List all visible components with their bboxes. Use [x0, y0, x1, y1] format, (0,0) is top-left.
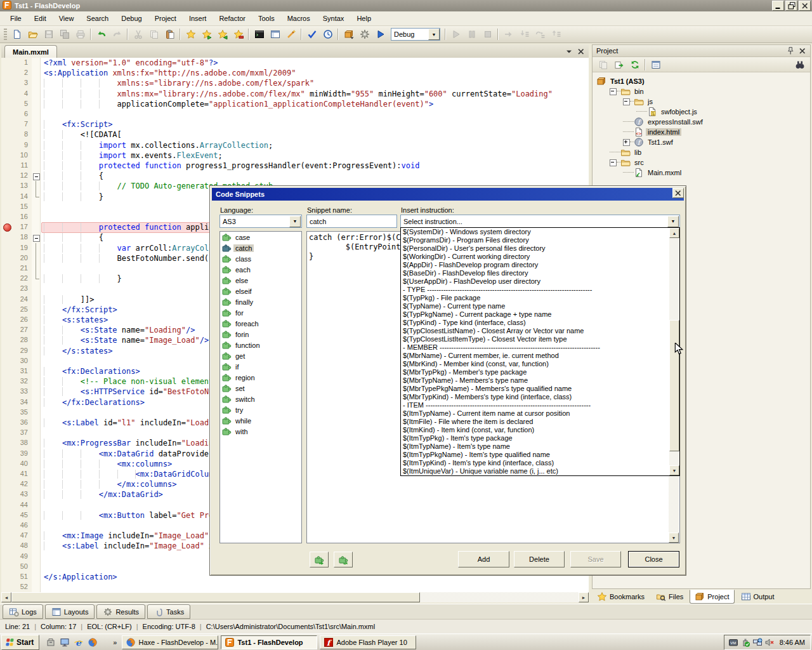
close-panel-icon[interactable] [797, 46, 808, 56]
snippet-item-if[interactable]: if [220, 361, 301, 372]
tree-item-label[interactable]: src [632, 159, 646, 166]
instruction-item[interactable]: $(MbrTypPkg) - Member's type package [401, 368, 679, 376]
clock-button[interactable] [320, 27, 336, 42]
tree-item-label[interactable]: bin [632, 88, 646, 95]
star-next-button[interactable] [199, 27, 214, 42]
save-button[interactable]: Save [570, 551, 621, 567]
build-button[interactable] [341, 27, 357, 42]
quicklaunch-quick-tool[interactable] [44, 636, 57, 649]
scroll-left-button[interactable]: ◄ [1, 592, 11, 602]
pin-icon[interactable] [785, 46, 796, 56]
snippet-item-set[interactable]: set [220, 383, 301, 394]
overflow-chevron[interactable]: » [113, 639, 117, 646]
instruction-separator[interactable]: - TYPE ---------------------------------… [401, 286, 679, 294]
instruction-item[interactable]: $(ItmTypName) - Item's type name [401, 442, 679, 451]
snippet-item-get[interactable]: get [220, 350, 301, 361]
instruction-item[interactable]: $(TypPkg) - File package [401, 294, 679, 302]
tree-item-label[interactable]: Main.mxml [646, 169, 683, 176]
snippet-item-while[interactable]: while [220, 415, 301, 426]
menu-help[interactable]: Help [350, 13, 377, 24]
collapse-icon[interactable] [610, 159, 617, 166]
tree-item-index-html[interactable]: <>index.html [623, 127, 812, 137]
check-button[interactable] [304, 27, 320, 42]
sync-in-button[interactable] [611, 57, 627, 72]
instruction-item[interactable]: $(ItmKind) - Item kind (const, var, func… [401, 426, 679, 434]
tree-item-main-mxml[interactable]: Main.mxml [623, 168, 812, 178]
menu-project[interactable]: Project [148, 13, 183, 24]
export-snippet-button[interactable] [310, 552, 329, 567]
snippet-item-finally[interactable]: finally [220, 296, 301, 307]
tree-item-bin[interactable]: bin [610, 86, 812, 96]
refresh-button[interactable] [627, 57, 643, 72]
panel-tab-bookmarks[interactable]: Bookmarks [592, 590, 650, 604]
tree-item-js[interactable]: js [623, 96, 812, 107]
editor-horizontal-scrollbar[interactable]: ◄ ► [1, 592, 589, 602]
menu-syntax[interactable]: Syntax [317, 13, 351, 24]
toolbar-grip[interactable] [4, 29, 7, 40]
panel-tab-output[interactable]: Output [736, 590, 780, 604]
star-clear-button[interactable] [230, 27, 246, 42]
instruction-item[interactable]: $(PersonalDir) - User's personal files d… [401, 244, 679, 253]
panel-tab-project[interactable]: Project [690, 590, 734, 604]
find-in-project-button[interactable] [792, 57, 808, 72]
dock-tab-layouts[interactable]: Layouts [45, 604, 95, 619]
save-button[interactable] [41, 27, 56, 42]
instruction-item[interactable]: $(TypKind) - Type kind (interface, class… [401, 319, 679, 327]
combo-arrow-icon[interactable]: ▼ [667, 216, 679, 227]
menu-edit[interactable]: Edit [28, 13, 53, 24]
copy-button[interactable] [146, 27, 162, 42]
usb-icon[interactable] [740, 637, 750, 647]
tree-item-lib[interactable]: lib [610, 147, 812, 157]
combo-arrow-icon[interactable]: ▼ [289, 216, 301, 227]
menu-refactor[interactable]: Refactor [213, 13, 252, 24]
quicklaunch-ie[interactable]: e [72, 636, 85, 649]
instruction-item[interactable]: $(ItmTypKind) - Item's type kind (interf… [401, 459, 679, 467]
tree-item-swfobject-js[interactable]: swfobject.js [636, 107, 812, 117]
net-icon[interactable] [752, 637, 763, 647]
tab-list-button[interactable] [564, 47, 573, 56]
reload-snippets-button[interactable] [334, 552, 353, 567]
saveall-button[interactable] [56, 27, 72, 42]
collapse-icon[interactable] [623, 98, 630, 105]
task-button-0[interactable]: Haxe - FlashDevelop - M... [122, 635, 218, 649]
snippet-item-each[interactable]: each [220, 264, 301, 275]
tree-item-label[interactable]: expressInstall.swf [646, 118, 705, 126]
close-button[interactable] [799, 1, 811, 11]
scroll-right-button[interactable]: ► [579, 592, 589, 602]
snippet-item-foreach[interactable]: foreach [220, 318, 301, 329]
quicklaunch-firefox[interactable] [86, 636, 99, 649]
instruction-item[interactable]: $(TypPkgName) - Current package + type n… [401, 310, 679, 319]
close-button[interactable]: Close [628, 551, 679, 567]
stop-button[interactable] [480, 27, 495, 42]
menu-tools[interactable]: Tools [252, 13, 281, 24]
menu-view[interactable]: View [53, 13, 81, 24]
instruction-item[interactable]: $(AppDir) - FlashDevelop program directo… [401, 261, 679, 269]
step-into-button[interactable] [516, 27, 532, 42]
scroll-thumb[interactable] [11, 592, 420, 602]
instruction-item[interactable]: $(TypClosestListItemType) - Closest Vect… [401, 335, 679, 343]
add-button[interactable]: Add [458, 551, 509, 567]
open-button[interactable] [25, 27, 41, 42]
tree-item-tst1-swf[interactable]: fTst1.swf [623, 137, 812, 147]
quicklaunch-monitor[interactable] [58, 636, 71, 649]
instruction-item[interactable]: $(MbrKind) - Member kind (const, var, fu… [401, 360, 679, 368]
play-button[interactable] [448, 27, 464, 42]
redo-button[interactable] [109, 27, 125, 42]
instruction-item[interactable]: $(BaseDir) - FlashDevelop files director… [401, 269, 679, 277]
start-button[interactable]: Start [1, 635, 39, 650]
instruction-item[interactable]: $(MbrTypName) - Members's type name [401, 376, 679, 385]
step-out-button[interactable] [548, 27, 564, 42]
instruction-item[interactable]: $(WorkingDir) - Current working director… [401, 253, 679, 261]
tree-item-tst1-as3-[interactable]: Tst1 (AS3) [596, 76, 812, 86]
snippet-item-try[interactable]: try [220, 404, 301, 415]
instruction-item[interactable]: $(TypClosestListName) - Closest Array or… [401, 327, 679, 335]
star-button[interactable] [183, 27, 199, 42]
instruction-dropdown-list[interactable]: $(SystemDir) - Windows system directory$… [400, 227, 680, 476]
insert-instruction-combo[interactable]: Select instruction... ▼ [400, 215, 680, 228]
build-config-combo[interactable]: Debug▼ [391, 28, 440, 41]
copy-doc-button[interactable] [595, 57, 611, 72]
menu-insert[interactable]: Insert [183, 13, 213, 24]
task-button-2[interactable]: fAdobe Flash Player 10 [320, 635, 416, 649]
dialog-close-button[interactable] [672, 188, 684, 198]
instruction-item[interactable]: $(ProgramsDir) - Program Files directory [401, 236, 679, 244]
